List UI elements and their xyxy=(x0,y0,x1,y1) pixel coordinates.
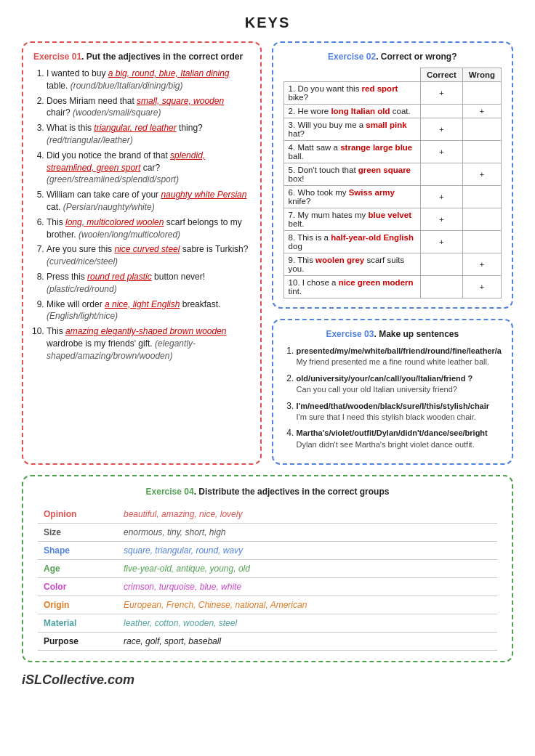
exercise03-box: Exercise 03. Make up sentences presented… xyxy=(272,319,513,465)
exercise02-box: Exercise 02. Correct or wrong? Correct W… xyxy=(272,41,513,309)
category-values: crimson, turquoise, blue, white xyxy=(118,578,497,596)
category-label: Size xyxy=(38,524,118,542)
list-item: This amazing elegantly-shaped brown wood… xyxy=(47,325,250,362)
exercise04-table: Opinion beautiful, amazing, nice, lovely… xyxy=(38,505,497,651)
category-label: Material xyxy=(38,614,118,633)
list-item: William can take care of your naughty wh… xyxy=(47,189,250,214)
table-row: Size enormous, tiny, short, high xyxy=(38,524,497,542)
list-item: presented/my/me/white/ball/friend/round/… xyxy=(297,345,502,368)
table-row: 10. I chose a nice green modern tint. + xyxy=(283,276,501,298)
exercise04-title: Exercise 04. Distribute the adjectives i… xyxy=(38,487,497,497)
table-row: Opinion beautiful, amazing, nice, lovely xyxy=(38,505,497,524)
list-item: Press this round red plastic button neve… xyxy=(47,271,250,296)
category-values: square, triangular, round, wavy xyxy=(118,542,497,560)
footer-text: iSLCollective.com xyxy=(22,672,134,687)
table-row: 3. Will you buy me a small pink hat? + xyxy=(283,118,501,141)
exercise02-label: Exercise 02. Correct or wrong? xyxy=(283,52,502,62)
category-values: European, French, Chinese, national, Ame… xyxy=(118,596,497,614)
page-title: KEYS xyxy=(22,15,513,31)
table-row: Color crimson, turquoise, blue, white xyxy=(38,578,497,596)
exercise01-items: I wanted to buy a big, round, blue, Ital… xyxy=(33,68,250,362)
ex04-title-text: Distribute the adjectives in the correct… xyxy=(198,487,389,497)
category-values: five-year-old, antique, young, old xyxy=(118,560,497,578)
category-values: beautiful, amazing, nice, lovely xyxy=(118,505,497,524)
category-label: Age xyxy=(38,560,118,578)
list-item: What is this triangular, red leather thi… xyxy=(47,122,250,147)
col-wrong: Wrong xyxy=(462,68,501,82)
category-label: Origin xyxy=(38,596,118,614)
ex02-title: Correct or wrong? xyxy=(381,52,457,62)
table-row: 9. This woolen grey scarf suits you. + xyxy=(283,253,501,276)
category-values: leather, cotton, wooden, steel xyxy=(118,614,497,633)
exercise04-box: Exercise 04. Distribute the adjectives i… xyxy=(22,475,513,662)
exercise03-label: Exercise 03. Make up sentences xyxy=(283,329,502,339)
list-item: Martha's/violet/outfit/Dylan/didn't/danc… xyxy=(297,427,502,450)
table-row: 2. He wore long Italian old coat. + xyxy=(283,105,501,118)
list-item: Does Miriam need that small, square, woo… xyxy=(47,95,250,120)
col-correct: Correct xyxy=(420,68,462,82)
category-label: Shape xyxy=(38,542,118,560)
list-item: I wanted to buy a big, round, blue, Ital… xyxy=(47,68,250,92)
table-row: Shape square, triangular, round, wavy xyxy=(38,542,497,560)
category-label: Color xyxy=(38,578,118,596)
footer: iSLCollective.com xyxy=(22,672,513,688)
exercise02-table: Correct Wrong 1. Do you want this red sp… xyxy=(283,68,502,298)
ex01-title: Put the adjectives in the correct order xyxy=(87,52,243,62)
category-label: Purpose xyxy=(38,633,118,651)
exercise01-label: Exercise 01. Put the adjectives in the c… xyxy=(33,52,250,62)
table-row: Purpose race, golf, sport, baseball xyxy=(38,633,497,651)
list-item: old/university/your/can/call/you/Italian… xyxy=(297,373,502,396)
ex04-num: Exercise 04 xyxy=(146,487,194,497)
list-item: This long, multicolored woolen scarf bel… xyxy=(47,216,250,241)
table-row: 5. Don't touch that green square box! + xyxy=(283,163,501,186)
table-row: 7. My mum hates my blue velvet belt. + xyxy=(283,208,501,231)
table-row: Material leather, cotton, wooden, steel xyxy=(38,614,497,633)
category-label: Opinion xyxy=(38,505,118,524)
exercise03-list: presented/my/me/white/ball/friend/round/… xyxy=(283,345,502,450)
category-values: race, golf, sport, baseball xyxy=(118,633,497,651)
category-values: enormous, tiny, short, high xyxy=(118,524,497,542)
ex02-num: Exercise 02 xyxy=(328,52,376,62)
table-row: 6. Who took my Swiss army knife? + xyxy=(283,186,501,208)
ex03-title: Make up sentences xyxy=(379,329,459,339)
list-item: Mike will order a nice, light English br… xyxy=(47,298,250,323)
list-item: Are you sure this nice curved steel sabr… xyxy=(47,243,250,268)
list-item: I'm/need/that/wooden/black/sure/I/this/s… xyxy=(297,400,502,423)
list-item: Did you notice the brand of that splendi… xyxy=(47,150,250,186)
table-row: 4. Matt saw a strange large blue ball. + xyxy=(283,141,501,163)
table-row: Age five-year-old, antique, young, old xyxy=(38,560,497,578)
ex03-num: Exercise 03 xyxy=(326,329,374,339)
table-row: 1. Do you want this red sport bike? + xyxy=(283,82,501,105)
table-row: Origin European, French, Chinese, nation… xyxy=(38,596,497,614)
table-row: 8. This is a half-year-old English dog + xyxy=(283,231,501,253)
ex01-num: Exercise 01 xyxy=(33,52,81,62)
exercise01-box: Exercise 01. Put the adjectives in the c… xyxy=(22,41,262,465)
